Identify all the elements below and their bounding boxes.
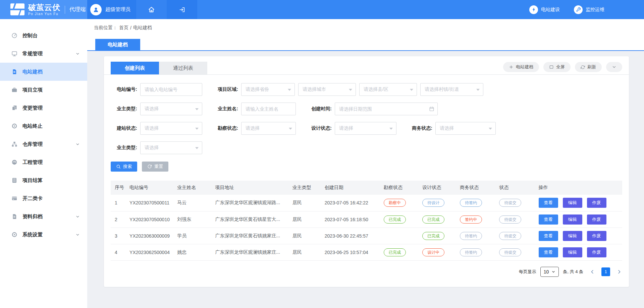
- tab-create-list[interactable]: 创建列表: [111, 62, 159, 74]
- sidebar-item-type2-card[interactable]: 开二类卡: [0, 189, 87, 207]
- status-badge: 待提交: [499, 248, 521, 256]
- cell-business-status: 待签约: [458, 195, 497, 211]
- cell-owner: 学员: [175, 228, 213, 244]
- business-status-select[interactable]: 请选择: [435, 122, 496, 135]
- view-button[interactable]: 查看: [539, 231, 558, 241]
- calculator-icon: [11, 177, 17, 183]
- sidebar-item-label: 变更管理: [22, 105, 43, 111]
- logo-subtitle: Po Jian Yun Fu: [28, 12, 60, 16]
- page-size-select[interactable]: 10: [540, 267, 559, 277]
- void-button[interactable]: 作废: [587, 231, 606, 241]
- caret-down-icon: [195, 147, 199, 149]
- void-button[interactable]: 作废: [587, 198, 606, 208]
- survey-status-select[interactable]: 请选择: [241, 122, 296, 135]
- select-placeholder: 请选择: [145, 125, 159, 131]
- status-badge: 待提交: [499, 215, 521, 224]
- owner-type-2-select[interactable]: 请选择: [140, 141, 202, 154]
- home-icon: [148, 6, 155, 13]
- city-select[interactable]: 请选择城市: [298, 83, 356, 96]
- design-status-select[interactable]: 请选择: [335, 122, 396, 135]
- toolbar-fullscreen-label: 全屏: [556, 64, 565, 70]
- home-button[interactable]: [136, 0, 167, 19]
- cell-status: 待提交: [497, 228, 536, 244]
- sidebar-item-warehouse-mgmt[interactable]: 仓库管理: [0, 135, 87, 153]
- caret-down-icon: [288, 89, 291, 91]
- sidebar-item-station-archive[interactable]: 电站建档: [0, 63, 87, 81]
- station-code-input[interactable]: [141, 83, 202, 96]
- toolbar-refresh-button[interactable]: 刷新: [575, 62, 602, 72]
- user-menu[interactable]: 超级管理员: [87, 0, 136, 19]
- void-button[interactable]: 作废: [587, 214, 606, 225]
- view-button[interactable]: 查看: [539, 198, 558, 208]
- card-icon: [11, 195, 17, 201]
- page-tab-bar: 电站建档: [87, 36, 644, 51]
- cell-address: 广东深圳龙华区黄石镇星官大...: [213, 211, 290, 228]
- prev-page-button[interactable]: [589, 269, 595, 275]
- wrench-icon-circle: [574, 5, 583, 14]
- sidebar-item-project-settlement[interactable]: 项目结算: [0, 171, 87, 189]
- reset-button[interactable]: 重置: [142, 162, 168, 172]
- select-placeholder: 请选择村镇/街道: [425, 86, 459, 93]
- owner-name-input[interactable]: [241, 103, 296, 115]
- sidebar-item-project-initiation[interactable]: 项目立项: [0, 81, 87, 99]
- edit-button[interactable]: 编辑: [563, 214, 582, 225]
- table-row: 4YX2023062500004姚忠广东深圳龙华区观澜镇姚家庄...居民2023…: [111, 244, 622, 260]
- town-select[interactable]: 请选择村镇/街道: [420, 83, 483, 96]
- file-icon: [11, 213, 17, 220]
- sidebar-item-label: 项目结算: [22, 177, 43, 184]
- sidebar-item-station-termination[interactable]: 电站终止: [0, 117, 87, 135]
- filter-label: 建站状态:: [111, 125, 140, 131]
- status-badge: 待提交: [499, 232, 521, 240]
- col-header-address: 项目地址: [213, 181, 290, 195]
- portal-label: 代理端: [65, 6, 86, 14]
- cell-survey-status: [382, 228, 420, 244]
- sidebar-item-console[interactable]: 控制台: [0, 26, 87, 45]
- page-tab[interactable]: 电站建档: [95, 39, 140, 50]
- owner-type-select[interactable]: 请选择: [140, 103, 202, 115]
- toolbar-refresh-label: 刷新: [587, 64, 596, 70]
- status-badge: 设计中: [422, 248, 444, 256]
- toolbar-fullscreen-button[interactable]: 全屏: [543, 62, 571, 72]
- filter-row: 业主类型:请选择业主姓名:创建时间:: [111, 103, 622, 115]
- toolbar-collapse-button[interactable]: [606, 62, 622, 72]
- brand: 破茧云伏 Po Jian Yun Fu 代理端: [0, 0, 87, 19]
- build-status-select[interactable]: 请选择: [140, 122, 202, 135]
- header-link-monitor-ops[interactable]: 监控运维: [574, 5, 604, 14]
- create-time-input[interactable]: [335, 103, 437, 115]
- edit-button[interactable]: 编辑: [563, 231, 582, 241]
- col-header-design-status: 设计状态: [420, 181, 458, 195]
- county-select[interactable]: 请选择县/区: [359, 83, 417, 96]
- sidebar-item-change-mgmt[interactable]: 变更管理: [0, 99, 87, 117]
- sidebar-item-system-settings[interactable]: 系统设置: [0, 226, 87, 244]
- province-select[interactable]: 请选择省份: [241, 83, 295, 96]
- status-badge: 待签约: [460, 232, 482, 240]
- sidebar-item-general-mgmt[interactable]: 常规管理: [0, 45, 87, 63]
- app-layout: 控制台常规管理电站建档项目立项变更管理电站终止仓库管理工程管理项目结算开二类卡资…: [0, 19, 644, 308]
- cell-status: 待提交: [497, 195, 536, 211]
- search-button[interactable]: 搜索: [111, 162, 137, 172]
- filter-field-owner-type: 业主类型:请选择: [111, 103, 202, 115]
- sidebar-item-label: 资料归档: [22, 213, 43, 220]
- cell-owner-type: 居民: [290, 211, 323, 228]
- cell-design-status: 待设计: [420, 195, 458, 211]
- edit-button[interactable]: 编辑: [563, 198, 582, 208]
- filter-label: 业主类型:: [111, 106, 140, 112]
- per-page-label: 每页显示: [519, 269, 536, 275]
- tab-passed-list[interactable]: 通过列表: [159, 62, 207, 74]
- header-link-label: 电站建设: [541, 7, 560, 13]
- filter-label: 创建时间:: [305, 106, 335, 112]
- header-link-station-build[interactable]: 电站建设: [529, 5, 560, 14]
- breadcrumb-home[interactable]: 首页: [119, 25, 128, 31]
- login-button[interactable]: [167, 0, 197, 19]
- sidebar-item-data-archive[interactable]: 资料归档: [0, 207, 87, 226]
- current-page[interactable]: 1: [601, 267, 610, 276]
- toolbar-create-button[interactable]: 电站建档: [503, 62, 539, 72]
- view-button[interactable]: 查看: [539, 214, 558, 225]
- monitor-icon: [11, 51, 17, 57]
- view-button[interactable]: 查看: [539, 247, 558, 257]
- void-button[interactable]: 作废: [587, 247, 606, 257]
- edit-button[interactable]: 编辑: [563, 247, 582, 257]
- next-page-button[interactable]: [616, 269, 622, 275]
- sidebar-item-engineering-mgmt[interactable]: 工程管理: [0, 153, 87, 171]
- col-header-seq: 序号: [111, 181, 127, 195]
